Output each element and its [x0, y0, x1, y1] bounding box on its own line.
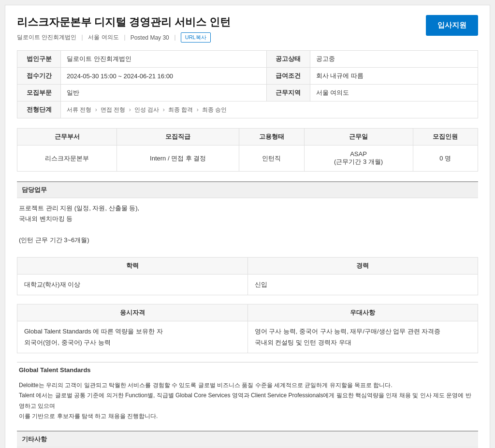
header-left: 리스크자문본부 디지털 경영관리 서비스 인턴 딜로이트 안진회계법인 ｜ 서울…: [17, 15, 231, 43]
career-value: 신입: [248, 275, 478, 295]
dept-table: 근무부서 모집직급 고용형태 근무일 모집인원 리스크자문본부 Intern /…: [17, 128, 478, 172]
dept-data-row: 리스크자문본부 Intern / 면접 후 결정 인턴직 ASAP(근무기간 3…: [17, 145, 478, 172]
company-name: 딜로이트 안진회계법인: [17, 33, 76, 42]
apply-button-wrapper: 입사지원: [426, 15, 478, 36]
page-container: 리스크자문본부 디지털 경영관리 서비스 인턴 딜로이트 안진회계법인 ｜ 서울…: [5, 5, 490, 448]
info-row-dept: 모집부문 일반 근무지역 서울 여의도: [17, 85, 478, 101]
dept-headcount: 0 명: [413, 145, 478, 172]
others-title: 기타사항: [17, 431, 478, 448]
qualification-label: 응시자격: [17, 304, 248, 321]
qualification-value: Global Talent Standards 에 따른 역량을 보유한 자 외…: [17, 321, 248, 353]
url-copy-button[interactable]: URL복사: [181, 32, 211, 43]
preference-value: 영어 구사 능력, 중국어 구사 능력, 재무/구매/생산 업무 관련 자격증 …: [248, 321, 478, 353]
reception-label: 접수기간: [17, 68, 61, 85]
location: 서울 여의도: [88, 33, 118, 42]
recruit-dept-label: 모집부문: [17, 85, 61, 101]
dept-workday: ASAP(근무기간 3 개월): [304, 145, 413, 172]
dept-department: 리스크자문본부: [17, 145, 117, 172]
dept-header-department: 근무부서: [17, 129, 117, 145]
job-meta: 딜로이트 안진회계법인 ｜ 서울 여의도 ｜ Posted May 30 ｜ U…: [17, 32, 231, 43]
work-location-label: 근무지역: [266, 85, 310, 101]
divider1: ｜: [79, 33, 85, 42]
dept-header-position: 모집직급: [117, 129, 239, 145]
reception-value: 2024-05-30 15:00 ~ 2024-06-21 16:00: [61, 68, 267, 85]
apply-button[interactable]: 입사지원: [426, 15, 478, 36]
work-location-value: 서울 여의도: [310, 85, 478, 101]
edu-career-data-row: 대학교(학사)재 이상 신입: [17, 275, 478, 295]
qual-pref-table: 응시자격 우대사항 Global Talent Standards 에 따른 역…: [17, 304, 478, 353]
salary-label: 급여조건: [266, 68, 310, 85]
status-value: 공고중: [310, 51, 478, 68]
salary-value: 회사 내규에 따름: [310, 68, 478, 85]
info-row-legal: 법인구분 딜로이트 안진회계법인 공고상태 공고중: [17, 51, 478, 68]
dept-workday-period: (근무기간 3 개월): [334, 158, 383, 165]
info-row-process: 전형단계 서류 전형 › 면접 전형 › 인성 검사 › 최종 합격 › 최종 …: [17, 101, 478, 118]
education-label: 학력: [17, 258, 248, 275]
education-value: 대학교(학사)재 이상: [17, 275, 248, 295]
career-label: 경력: [248, 258, 478, 275]
status-label: 공고상태: [266, 51, 310, 68]
dept-employment-type: 인턴직: [239, 145, 304, 172]
divider2: ｜: [122, 33, 128, 42]
info-table: 법인구분 딜로이트 안진회계법인 공고상태 공고중 접수기간 2024-05-3…: [17, 50, 478, 118]
process-steps: 서류 전형 › 면접 전형 › 인성 검사 › 최종 합격 › 최종 승인: [67, 106, 227, 113]
global-talent-section: Global Talent Standards Deloitte는 우리의 고객…: [17, 362, 478, 422]
edu-career-table: 학력 경력 대학교(학사)재 이상 신입: [17, 257, 478, 295]
education-career-section: 학력 경력 대학교(학사)재 이상 신입: [17, 257, 478, 295]
qual-pref-data-row: Global Talent Standards 에 따른 역량을 보유한 자 외…: [17, 321, 478, 353]
qualification-preference-section: 응시자격 우대사항 Global Talent Standards 에 따른 역…: [17, 304, 478, 353]
duties-section: 담당업무 프로젝트 관리 지원 (일정, 자원, 산출물 등), 국내외 벤치마…: [17, 181, 478, 248]
dept-header-row: 근무부서 모집직급 고용형태 근무일 모집인원: [17, 129, 478, 145]
recruit-dept-value: 일반: [61, 85, 267, 101]
process-label: 전형단계: [17, 101, 61, 118]
posted-date: Posted May 30: [131, 34, 169, 41]
global-talent-title: Global Talent Standards: [17, 362, 478, 376]
duties-title: 담당업무: [17, 181, 478, 198]
edu-career-header-row: 학력 경력: [17, 258, 478, 275]
process-steps-cell: 서류 전형 › 면접 전형 › 인성 검사 › 최종 합격 › 최종 승인: [61, 101, 478, 118]
dept-header-employment: 고용형태: [239, 129, 304, 145]
others-section: 기타사항 [전형 단계] 서류 전형 > 인성 검사 > 면접 전형 > 최종 …: [17, 431, 478, 448]
divider3: ｜: [172, 33, 178, 42]
dept-header-headcount: 모집인원: [413, 129, 478, 145]
dept-header-workday: 근무일: [304, 129, 413, 145]
info-row-reception: 접수기간 2024-05-30 15:00 ~ 2024-06-21 16:00…: [17, 68, 478, 85]
qual-pref-header-row: 응시자격 우대사항: [17, 304, 478, 321]
job-title: 리스크자문본부 디지털 경영관리 서비스 인턴: [17, 15, 231, 29]
preference-label: 우대사항: [248, 304, 478, 321]
header-section: 리스크자문본부 디지털 경영관리 서비스 인턴 딜로이트 안진회계법인 ｜ 서울…: [17, 15, 478, 43]
dept-position: Intern / 면접 후 결정: [117, 145, 239, 172]
legal-entity-label: 법인구분: [17, 51, 61, 68]
global-talent-content: Deloitte는 우리의 고객이 일관되고 탁월한 서비스를 경험할 수 있도…: [17, 380, 478, 422]
legal-entity-value: 딜로이트 안진회계법인: [61, 51, 267, 68]
duties-content: 프로젝트 관리 지원 (일정, 자원, 산출물 등), 국내외 벤치마킹 등 (…: [17, 203, 478, 248]
